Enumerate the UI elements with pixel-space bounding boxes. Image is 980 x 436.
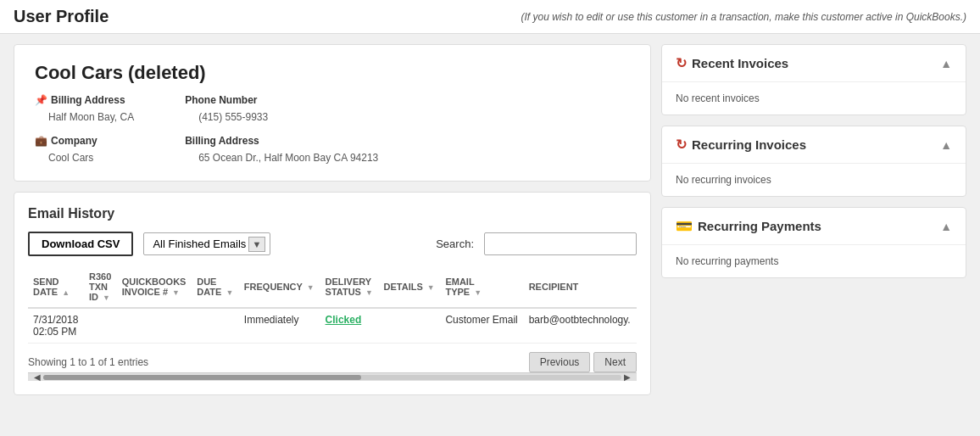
email-toolbar: Download CSV All Finished Emails ▼ Searc… xyxy=(28,232,637,256)
cell-r360-txn xyxy=(84,308,117,344)
recurring-invoices-header: ↻ Recurring Invoices ▲ xyxy=(662,126,966,164)
table-footer: Showing 1 to 1 of 1 entries Previous Nex… xyxy=(28,352,637,372)
col-recipient[interactable]: RECIPIENT xyxy=(524,266,637,308)
scroll-left-icon[interactable]: ◀ xyxy=(31,372,43,382)
briefcase-icon: 💼 xyxy=(35,135,47,147)
customer-name: Cool Cars (deleted) xyxy=(35,62,630,84)
recurring-payments-body: No recurring payments xyxy=(662,245,966,277)
filter-select[interactable]: All Finished Emails xyxy=(143,232,270,255)
main-layout: Cool Cars (deleted) 📌 Billing Address Ha… xyxy=(0,34,980,405)
scroll-right-icon[interactable]: ▶ xyxy=(621,372,633,382)
profile-card: Cool Cars (deleted) 📌 Billing Address Ha… xyxy=(14,44,651,182)
billing-address2-label: Billing Address xyxy=(185,135,378,147)
recurring-invoices-title: ↻ Recurring Invoices xyxy=(676,137,806,153)
email-history-title: Email History xyxy=(28,206,637,221)
phone-label: Phone Number xyxy=(185,94,378,106)
top-bar: User Profile (If you wish to edit or use… xyxy=(0,0,980,34)
no-recent-invoices-text: No recent invoices xyxy=(676,92,760,104)
col-r360-txn[interactable]: R360TXNID ▼ xyxy=(84,266,117,308)
recurring-invoices-body: No recurring invoices xyxy=(662,164,966,196)
download-csv-button[interactable]: Download CSV xyxy=(28,232,133,256)
col-qb-invoice[interactable]: QUICKBOOKSINVOICE # ▼ xyxy=(117,266,192,308)
map-pin-icon: 📌 xyxy=(35,94,47,106)
recurring-invoices-card: ↻ Recurring Invoices ▲ No recurring invo… xyxy=(661,126,966,197)
scroll-track xyxy=(43,375,621,380)
recurring-invoices-chevron-icon[interactable]: ▲ xyxy=(940,138,952,152)
recent-invoices-card: ↻ Recent Invoices ▲ No recent invoices xyxy=(661,44,966,115)
phone-value: (415) 555-9933 xyxy=(198,111,378,123)
left-column: Cool Cars (deleted) 📌 Billing Address Ha… xyxy=(14,44,651,395)
email-table: SENDDATE ▲ R360TXNID ▼ QUICKBOOKSINVOICE… xyxy=(28,266,637,344)
search-label: Search: xyxy=(436,238,474,250)
recurring-payments-title: 💳 Recurring Payments xyxy=(676,218,821,234)
cell-details xyxy=(379,308,441,344)
cell-email-type: Customer Email xyxy=(440,308,523,344)
page-title: User Profile xyxy=(14,7,109,26)
col-delivery-status[interactable]: DELIVERYSTATUS ▼ xyxy=(320,266,379,308)
right-column: ↻ Recent Invoices ▲ No recent invoices ↻… xyxy=(661,44,966,395)
credit-card-icon: 💳 xyxy=(676,218,693,234)
refresh-icon: ↻ xyxy=(676,55,687,71)
profile-grid: 📌 Billing Address Half Moon Bay, CA 💼 Co… xyxy=(35,94,630,164)
billing-address-label: 📌 Billing Address xyxy=(35,94,134,106)
recent-invoices-body: No recent invoices xyxy=(662,82,966,115)
recurring-payments-header: 💳 Recurring Payments ▲ xyxy=(662,208,966,245)
billing-address-value: Half Moon Bay, CA xyxy=(48,111,134,123)
table-row: 7/31/201802:05 PM Immediately Clicked Cu… xyxy=(28,308,637,344)
cell-frequency: Immediately xyxy=(239,308,320,344)
company-value: Cool Cars xyxy=(48,152,134,164)
cell-send-date: 7/31/201802:05 PM xyxy=(28,308,84,344)
col-due-date[interactable]: DUEDATE ▼ xyxy=(192,266,239,308)
cell-due-date xyxy=(192,308,239,344)
recurring-payments-card: 💳 Recurring Payments ▲ No recurring paym… xyxy=(661,207,966,278)
right-profile-section: Phone Number (415) 555-9933 Billing Addr… xyxy=(185,94,378,164)
previous-button[interactable]: Previous xyxy=(529,352,591,372)
chevron-up-icon[interactable]: ▲ xyxy=(940,57,952,70)
recurring-payments-chevron-icon[interactable]: ▲ xyxy=(940,220,952,233)
recent-invoices-header: ↻ Recent Invoices ▲ xyxy=(662,45,966,82)
col-details[interactable]: DETAILS ▼ xyxy=(379,266,441,308)
col-frequency[interactable]: FREQUENCY ▼ xyxy=(239,266,320,308)
pagination: Previous Next xyxy=(529,352,637,372)
filter-select-wrap: All Finished Emails ▼ xyxy=(143,232,270,255)
cell-recipient: barb@ootbtechnology. xyxy=(524,308,637,344)
recurring-refresh-icon: ↻ xyxy=(676,137,687,153)
showing-entries: Showing 1 to 1 of 1 entries xyxy=(28,356,148,368)
scroll-thumb xyxy=(43,375,361,380)
next-button[interactable]: Next xyxy=(593,352,637,372)
search-input[interactable] xyxy=(484,232,637,255)
recent-invoices-title: ↻ Recent Invoices xyxy=(676,55,788,71)
clicked-status[interactable]: Clicked xyxy=(326,314,362,326)
billing-address2-value: 65 Ocean Dr., Half Moon Bay CA 94213 xyxy=(198,152,378,164)
cell-qb-invoice xyxy=(117,308,192,344)
cell-delivery-status[interactable]: Clicked xyxy=(320,308,379,344)
horizontal-scrollbar[interactable]: ◀ ▶ xyxy=(28,372,637,381)
no-recurring-payments-text: No recurring payments xyxy=(676,255,778,267)
email-history-card: Email History Download CSV All Finished … xyxy=(14,192,651,395)
left-profile-section: 📌 Billing Address Half Moon Bay, CA 💼 Co… xyxy=(35,94,134,164)
col-email-type[interactable]: EMAILTYPE ▼ xyxy=(440,266,523,308)
company-label: 💼 Company xyxy=(35,135,134,147)
no-recurring-invoices-text: No recurring invoices xyxy=(676,174,771,186)
notice-text: (If you wish to edit or use this custome… xyxy=(521,11,966,23)
col-send-date[interactable]: SENDDATE ▲ xyxy=(28,266,84,308)
table-header-row: SENDDATE ▲ R360TXNID ▼ QUICKBOOKSINVOICE… xyxy=(28,266,637,308)
